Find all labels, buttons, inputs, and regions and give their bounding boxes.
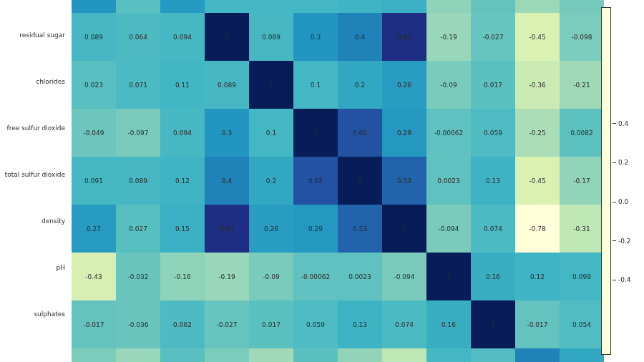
- heatmap-cell: -0.032: [116, 253, 160, 300]
- colorbar-tick-label: 0.2: [618, 159, 628, 166]
- heatmap-cell: [560, 0, 604, 13]
- heatmap-cell: [160, 348, 205, 362]
- heatmap-cell: 0.26: [382, 61, 426, 109]
- heatmap-cell: -0.097: [116, 109, 160, 157]
- heatmap-cell: -0.19: [426, 13, 471, 61]
- heatmap-cell: 0.4: [205, 157, 249, 205]
- heatmap-cell: -0.017: [72, 300, 116, 348]
- heatmap-cell: [160, 0, 205, 13]
- heatmap-cell: -0.027: [471, 13, 515, 61]
- heatmap-cell: -0.036: [116, 300, 160, 348]
- heatmap-cell: -0.19: [205, 253, 249, 300]
- heatmap-cell: -0.43: [72, 253, 116, 300]
- heatmap-cell: 0.15: [160, 205, 205, 253]
- colorbar-tick: -0.4: [613, 276, 644, 283]
- heatmap-cell: -0.027: [205, 300, 249, 348]
- heatmap-cell: 0.13: [471, 157, 515, 205]
- heatmap-cell: 0.29: [382, 109, 426, 157]
- heatmap-cell: [249, 348, 293, 362]
- heatmap-cell: -0.049: [72, 109, 116, 157]
- heatmap-cell: [515, 348, 560, 362]
- heatmap-cell: 1: [205, 13, 249, 61]
- heatmap-cell: -0.017: [515, 300, 560, 348]
- colorbar: [601, 7, 611, 355]
- heatmap-cell: -0.094: [426, 205, 471, 253]
- colorbar-tick: 0.4: [613, 120, 644, 127]
- heatmap-cell: 0.023: [72, 61, 116, 109]
- heatmap-cell: 1: [426, 253, 471, 300]
- heatmap-cell: 0.3: [205, 109, 249, 157]
- heatmap-cell: -0.78: [515, 205, 560, 253]
- heatmap-cell: 0.074: [382, 300, 426, 348]
- heatmap-cell: 0.16: [426, 300, 471, 348]
- heatmap-cell: -0.09: [426, 61, 471, 109]
- heatmap-cell: [338, 348, 382, 362]
- heatmap-cell: [471, 348, 515, 362]
- heatmap-cell: 0.091: [72, 157, 116, 205]
- heatmap-cell: [205, 0, 249, 13]
- heatmap-cell: 0.16: [471, 253, 515, 300]
- heatmap-cell: 1: [293, 109, 338, 157]
- heatmap-cell: -0.098: [560, 13, 604, 61]
- heatmap-cell: 0.53: [382, 157, 426, 205]
- colorbar-gradient: [601, 7, 611, 355]
- heatmap-cell: [338, 0, 382, 13]
- heatmap-cell: 0.2: [249, 157, 293, 205]
- heatmap-cell: 0.0023: [426, 157, 471, 205]
- colorbar-tick-label: -0.2: [618, 238, 631, 245]
- heatmap-cell: 0.53: [338, 205, 382, 253]
- heatmap-cell: [426, 348, 471, 362]
- heatmap-row-label: density: [0, 197, 68, 244]
- heatmap-grid: 0.0890.0640.09410.0890.30.40.84-0.19-0.0…: [72, 0, 604, 362]
- heatmap-cell: -0.45: [515, 157, 560, 205]
- heatmap-cell: 0.13: [338, 300, 382, 348]
- heatmap-cell: 0.094: [160, 109, 205, 157]
- heatmap-cell: [293, 0, 338, 13]
- heatmap-cell: 0.29: [293, 205, 338, 253]
- heatmap-cell: [515, 0, 560, 13]
- heatmap-row-label: pH: [0, 244, 68, 290]
- heatmap-cell: 1: [338, 157, 382, 205]
- heatmap-cell: [382, 348, 426, 362]
- heatmap-cell: 0.071: [116, 61, 160, 109]
- heatmap-cell: 0.064: [116, 13, 160, 61]
- heatmap-cell: [249, 0, 293, 13]
- heatmap-cell: 1: [249, 61, 293, 109]
- heatmap-row-label: free sulfur dioxide: [0, 104, 68, 151]
- heatmap-cell: 0.089: [72, 13, 116, 61]
- heatmap-cell: [116, 348, 160, 362]
- heatmap-cell: 0.4: [338, 13, 382, 61]
- heatmap-cell: [382, 0, 426, 13]
- heatmap-cell: 0.12: [515, 253, 560, 300]
- heatmap-cell: 0.074: [471, 205, 515, 253]
- heatmap-row-label: chlorides: [0, 58, 68, 104]
- heatmap-cell: 0.017: [471, 61, 515, 109]
- heatmap-cell: 0.27: [72, 205, 116, 253]
- colorbar-tick: -0.2: [613, 238, 644, 245]
- heatmap-cell: 0.84: [382, 13, 426, 61]
- heatmap-cell: 1: [471, 300, 515, 348]
- heatmap-row-label: residual sugar: [0, 11, 68, 58]
- heatmap-cell: 0.059: [471, 109, 515, 157]
- heatmap-cell: 1: [382, 205, 426, 253]
- colorbar-tick: 0.0: [613, 198, 644, 205]
- heatmap-cell: 0.0023: [338, 253, 382, 300]
- heatmap-cell: 0.12: [160, 157, 205, 205]
- heatmap-cell: 0.089: [205, 61, 249, 109]
- heatmap-cell: -0.00062: [293, 253, 338, 300]
- heatmap-cell: -0.31: [560, 205, 604, 253]
- colorbar-tick-label: 0.0: [618, 198, 628, 205]
- heatmap-cell: 0.62: [338, 109, 382, 157]
- heatmap-cell: 0.062: [160, 300, 205, 348]
- colorbar-tick: 0.2: [613, 159, 644, 166]
- correlation-heatmap: 0.0890.0640.09410.0890.30.40.84-0.19-0.0…: [72, 0, 587, 361]
- heatmap-cell: -0.094: [382, 253, 426, 300]
- heatmap-cell: -0.09: [249, 253, 293, 300]
- heatmap-cell: -0.36: [515, 61, 560, 109]
- heatmap-cell: -0.17: [560, 157, 604, 205]
- heatmap-cell: 0.089: [249, 13, 293, 61]
- heatmap-cell: 0.62: [293, 157, 338, 205]
- heatmap-row-label: total sulfur dioxide: [0, 151, 68, 197]
- heatmap-cell: 0.054: [560, 300, 604, 348]
- heatmap-cell: 0.059: [293, 300, 338, 348]
